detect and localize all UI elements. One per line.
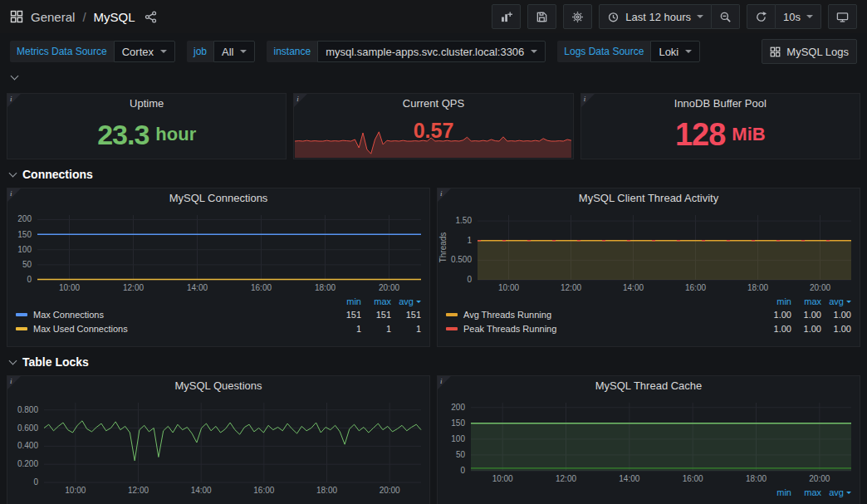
svg-text:0.200: 0.200 (17, 459, 38, 468)
legend-series-icon (446, 313, 458, 316)
legend-header: minmaxavg (446, 487, 851, 498)
chevron-down-icon (11, 72, 19, 81)
stats-row: i Uptime 23.3 hour i Current QPS 0.57 i … (0, 93, 867, 159)
svg-text:18:00: 18:00 (315, 283, 336, 292)
panel-info-icon[interactable] (438, 188, 451, 202)
panel-uptime: i Uptime 23.3 hour (7, 93, 287, 159)
legend-sort-avg[interactable]: avg (821, 487, 851, 497)
svg-text:Threads: Threads (438, 232, 448, 263)
refresh-interval-picker[interactable]: 10s (776, 4, 821, 29)
legend-sort-avg[interactable]: avg (821, 296, 851, 306)
svg-text:16:00: 16:00 (253, 486, 274, 495)
variable-logs-datasource: Logs Data Source Loki (557, 41, 700, 62)
variable-value-metrics-datasource[interactable]: Cortex (114, 41, 175, 62)
variable-label-metrics-datasource: Metrics Data Source (10, 41, 114, 62)
chevron-down-icon (9, 169, 17, 178)
panel-info-icon[interactable] (7, 188, 21, 202)
breadcrumb-separator: / (82, 10, 86, 24)
legend-sort-max[interactable]: max (791, 487, 821, 497)
variable-value-logs-datasource[interactable]: Loki (650, 41, 700, 62)
mysql-logs-label: MySQL Logs (786, 46, 849, 58)
zoom-out-button[interactable] (712, 4, 740, 29)
svg-text:150: 150 (17, 230, 32, 239)
svg-text:200: 200 (451, 403, 465, 412)
thread-cache-chart[interactable]: 10:0012:0014:0016:0018:0020:000501001502… (438, 396, 860, 486)
legend-series-value: 1.00 (791, 310, 821, 320)
refresh-button[interactable] (747, 4, 776, 29)
panel-info-icon[interactable] (294, 94, 307, 107)
svg-text:0.400: 0.400 (17, 441, 38, 450)
svg-text:0: 0 (467, 275, 472, 284)
legend-series[interactable]: Peak Threads Running1.001.001.00 (446, 321, 851, 335)
panel-info-icon[interactable] (438, 376, 451, 389)
variable-label-job: job (187, 41, 213, 62)
legend-series-value: 151 (361, 310, 391, 320)
section-connections[interactable]: Connections (0, 159, 867, 188)
legend-series-icon (16, 327, 27, 330)
legend-series-value: 1.00 (762, 310, 791, 320)
chevron-down-icon (846, 301, 851, 303)
panel-title[interactable]: InnoDB Buffer Pool (581, 94, 860, 114)
svg-text:12:00: 12:00 (128, 486, 149, 495)
save-dashboard-button[interactable] (527, 4, 556, 29)
panel-title[interactable]: MySQL Connections (7, 188, 429, 208)
buffer-pool-value: 128 (675, 117, 725, 153)
svg-text:100: 100 (17, 245, 32, 254)
legend-series-value: 1.00 (821, 324, 851, 334)
legend-sort-min[interactable]: min (762, 487, 791, 497)
legend-sort-max[interactable]: max (361, 296, 391, 306)
panel-info-icon[interactable] (7, 94, 21, 107)
breadcrumb-dashboard-title[interactable]: MySQL (94, 10, 135, 24)
legend-sort-avg[interactable]: avg (391, 296, 421, 306)
variable-selected-value: Cortex (122, 46, 154, 58)
breadcrumb-folder[interactable]: General (31, 10, 75, 24)
legend-series[interactable]: Max Connections151151151 (16, 307, 421, 321)
svg-text:10:00: 10:00 (498, 283, 519, 292)
mysql-logs-button[interactable]: MySQL Logs (762, 39, 857, 64)
svg-text:20:00: 20:00 (810, 283, 830, 292)
variable-value-job[interactable]: All (213, 41, 255, 62)
panel-current-qps: i Current QPS 0.57 (293, 93, 573, 159)
dashboard-settings-button[interactable] (563, 4, 592, 29)
legend-series[interactable]: Avg Threads Running1.001.001.00 (446, 307, 851, 321)
variable-selected-value: All (222, 46, 233, 58)
legend-header: minmaxavg (446, 296, 851, 307)
svg-text:50: 50 (22, 260, 32, 269)
svg-text:0.500: 0.500 (451, 255, 472, 264)
legend-series-icon (446, 327, 458, 330)
legend-sort-min[interactable]: min (762, 296, 791, 306)
legend-sort-max[interactable]: max (791, 296, 821, 306)
panel-title[interactable]: Current QPS (294, 94, 572, 114)
legend-series-value: 1 (361, 324, 391, 334)
row-collapse-toggle[interactable] (0, 68, 867, 86)
variable-value-instance[interactable]: mysql.sample-apps.svc.cluster.local:3306 (317, 41, 546, 62)
svg-text:12:00: 12:00 (123, 283, 144, 292)
panel-thread-activity: i MySQL Client Thread Activity 10:0012:0… (437, 188, 860, 347)
svg-text:20:00: 20:00 (379, 283, 399, 292)
panel-info-icon[interactable] (7, 376, 21, 389)
svg-text:20:00: 20:00 (809, 474, 830, 483)
dashboards-grid-icon[interactable] (10, 10, 23, 23)
legend-series[interactable]: Max Used Connections111 (16, 321, 421, 335)
svg-text:200: 200 (17, 214, 32, 223)
legend-series-name: Peak Threads Running (463, 324, 762, 334)
time-range-picker[interactable]: Last 12 hours (599, 4, 712, 29)
chevron-down-icon (846, 492, 851, 494)
thread-activity-chart[interactable]: 10:0012:0014:0016:0018:0020:0000.50011.5… (438, 208, 860, 295)
legend-series-icon (16, 313, 27, 316)
share-icon[interactable] (144, 11, 157, 23)
panel-title[interactable]: MySQL Questions (7, 376, 429, 396)
panel-title[interactable]: MySQL Client Thread Activity (438, 188, 860, 208)
add-panel-button[interactable] (492, 4, 521, 29)
mysql-questions-chart[interactable]: 10:0012:0014:0016:0018:0020:0000.2000.40… (7, 396, 429, 497)
svg-text:1.50: 1.50 (456, 216, 473, 225)
panel-info-icon[interactable] (581, 94, 595, 107)
svg-text:50: 50 (456, 450, 466, 459)
panel-title[interactable]: Uptime (7, 94, 286, 114)
section-table-locks[interactable]: Table Locks (0, 347, 867, 375)
panel-title[interactable]: MySQL Thread Cache (438, 376, 860, 396)
mysql-connections-chart[interactable]: 10:0012:0014:0016:0018:0020:000501001502… (7, 208, 429, 295)
cycle-view-mode-button[interactable] (828, 4, 857, 29)
legend-series-value: 1 (331, 324, 361, 334)
legend-sort-min[interactable]: min (331, 296, 361, 306)
